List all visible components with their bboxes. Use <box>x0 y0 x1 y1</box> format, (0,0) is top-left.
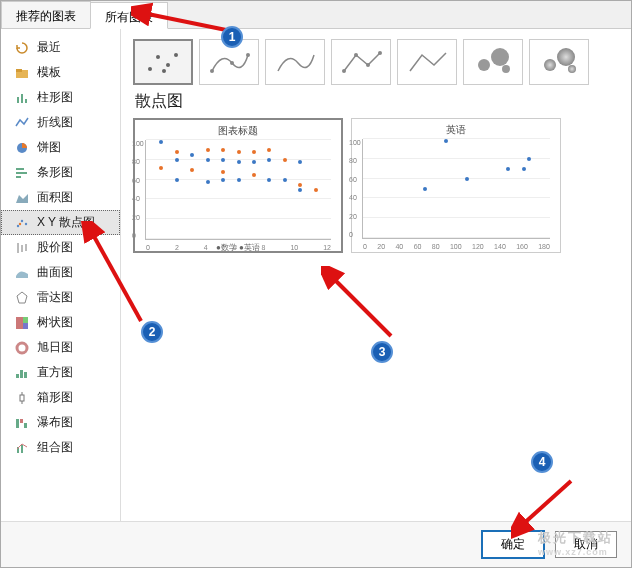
chart-previews: 图表标题 020406080100 024681012 ●数学 ●英语 英语 0… <box>133 118 619 253</box>
svg-marker-9 <box>16 194 28 203</box>
sidebar-item-column[interactable]: 柱形图 <box>1 85 120 110</box>
sidebar-item-label: 瀑布图 <box>37 414 73 431</box>
ok-button[interactable]: 确定 <box>481 530 545 559</box>
svg-point-35 <box>166 63 170 67</box>
svg-marker-17 <box>17 292 27 303</box>
sidebar-item-label: 树状图 <box>37 314 73 331</box>
sidebar-item-area[interactable]: 面积图 <box>1 185 120 210</box>
sidebar-item-stock[interactable]: 股价图 <box>1 235 120 260</box>
svg-point-50 <box>568 65 576 73</box>
sidebar-item-templates[interactable]: 模板 <box>1 60 120 85</box>
sidebar-item-box[interactable]: 箱形图 <box>1 385 120 410</box>
sidebar-item-label: 最近 <box>37 39 61 56</box>
sidebar-item-line[interactable]: 折线图 <box>1 110 120 135</box>
svg-point-39 <box>230 61 234 65</box>
svg-rect-24 <box>24 372 27 378</box>
tab-bar: 推荐的图表 所有图表 <box>1 1 631 29</box>
sidebar-item-treemap[interactable]: 树状图 <box>1 310 120 335</box>
subtype-bubble[interactable] <box>463 39 523 85</box>
sidebar-item-histogram[interactable]: 直方图 <box>1 360 120 385</box>
tab-all-charts[interactable]: 所有图表 <box>90 2 168 29</box>
svg-rect-22 <box>16 374 19 378</box>
svg-rect-23 <box>20 370 23 378</box>
subtype-scatter-smooth-markers[interactable] <box>199 39 259 85</box>
svg-rect-7 <box>16 172 27 174</box>
content-area: 最近 模板 柱形图 折线图 饼图 条形图 面积图 X Y 散点图 股价图 曲面图… <box>1 29 631 521</box>
sidebar-item-label: 箱形图 <box>37 389 73 406</box>
svg-rect-8 <box>16 176 21 178</box>
svg-rect-18 <box>16 317 23 329</box>
svg-point-42 <box>354 53 358 57</box>
chart-b-area: 020406080100 020406080100120140160180 <box>362 139 550 239</box>
recent-icon <box>15 41 29 55</box>
svg-point-37 <box>162 69 166 73</box>
sidebar-item-recent[interactable]: 最近 <box>1 35 120 60</box>
svg-point-21 <box>17 343 27 353</box>
sidebar-item-bar[interactable]: 条形图 <box>1 160 120 185</box>
svg-point-33 <box>148 67 152 71</box>
line-chart-icon <box>15 116 29 130</box>
svg-rect-4 <box>25 99 27 103</box>
subtype-bubble-3d[interactable] <box>529 39 589 85</box>
waterfall-icon <box>15 416 29 430</box>
svg-rect-19 <box>23 317 28 323</box>
svg-point-46 <box>491 48 509 66</box>
scatter-chart-icon <box>15 216 29 230</box>
sidebar-item-surface[interactable]: 曲面图 <box>1 260 120 285</box>
sidebar-item-label: 曲面图 <box>37 264 73 281</box>
svg-point-12 <box>25 222 27 224</box>
sidebar-item-combo[interactable]: 组合图 <box>1 435 120 460</box>
subtype-scatter-markers[interactable] <box>133 39 193 85</box>
sidebar-item-radar[interactable]: 雷达图 <box>1 285 120 310</box>
svg-point-34 <box>156 55 160 59</box>
subtype-scatter-smooth[interactable] <box>265 39 325 85</box>
section-title: 散点图 <box>135 91 617 112</box>
svg-point-38 <box>210 69 214 73</box>
preview-a-title: 图表标题 <box>139 124 337 138</box>
radar-chart-icon <box>15 291 29 305</box>
svg-point-48 <box>544 59 556 71</box>
svg-point-41 <box>342 69 346 73</box>
sidebar-item-waterfall[interactable]: 瀑布图 <box>1 410 120 435</box>
sidebar-item-label: 条形图 <box>37 164 73 181</box>
sidebar-item-sunburst[interactable]: 旭日图 <box>1 335 120 360</box>
svg-point-49 <box>557 48 575 66</box>
folder-icon <box>15 66 29 80</box>
sidebar-item-label: 饼图 <box>37 139 61 156</box>
preview-scatter-single[interactable]: 英语 020406080100 020406080100120140160180 <box>351 118 561 253</box>
scatter-subtype-row <box>133 39 619 85</box>
tab-recommended[interactable]: 推荐的图表 <box>1 1 91 28</box>
insert-chart-dialog: 推荐的图表 所有图表 最近 模板 柱形图 折线图 饼图 条形图 面积图 X Y … <box>0 0 632 568</box>
svg-rect-3 <box>21 94 23 103</box>
sidebar-item-pie[interactable]: 饼图 <box>1 135 120 160</box>
sidebar-item-label: 面积图 <box>37 189 73 206</box>
svg-rect-29 <box>20 419 23 423</box>
cancel-button[interactable]: 取消 <box>555 531 617 558</box>
dialog-footer: 确定 取消 <box>1 521 631 567</box>
chart-a-xticks: 024681012 <box>146 244 331 251</box>
svg-rect-20 <box>23 323 28 329</box>
subtype-scatter-straight[interactable] <box>397 39 457 85</box>
histogram-icon <box>15 366 29 380</box>
svg-rect-6 <box>16 168 24 170</box>
preview-scatter-combined[interactable]: 图表标题 020406080100 024681012 ●数学 ●英语 <box>133 118 343 253</box>
svg-rect-28 <box>16 419 19 428</box>
svg-point-13 <box>19 222 21 224</box>
area-chart-icon <box>15 191 29 205</box>
combo-chart-icon <box>15 441 29 455</box>
treemap-icon <box>15 316 29 330</box>
svg-point-36 <box>174 53 178 57</box>
chart-type-sidebar: 最近 模板 柱形图 折线图 饼图 条形图 面积图 X Y 散点图 股价图 曲面图… <box>1 29 121 521</box>
sidebar-item-label: 柱形图 <box>37 89 73 106</box>
chart-b-xticks: 020406080100120140160180 <box>363 243 550 250</box>
svg-rect-32 <box>21 445 23 453</box>
chart-a-area: 020406080100 024681012 <box>145 140 331 240</box>
chart-a-yticks: 020406080100 <box>132 140 144 239</box>
subtype-scatter-straight-markers[interactable] <box>331 39 391 85</box>
sidebar-item-scatter[interactable]: X Y 散点图 <box>1 210 120 235</box>
sidebar-item-label: X Y 散点图 <box>37 214 95 231</box>
sidebar-item-label: 直方图 <box>37 364 73 381</box>
sidebar-item-label: 雷达图 <box>37 289 73 306</box>
sunburst-icon <box>15 341 29 355</box>
svg-point-11 <box>21 219 23 221</box>
